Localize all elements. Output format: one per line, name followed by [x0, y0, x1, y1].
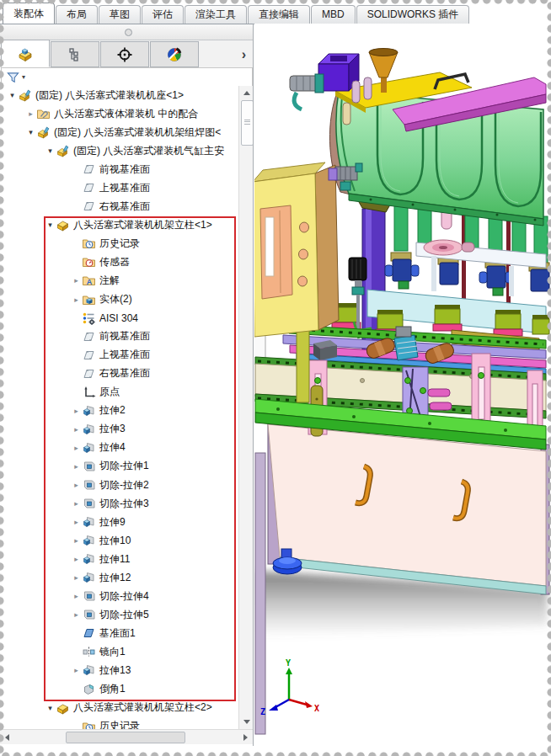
ribbon-tab-0[interactable]: 装配体 [3, 3, 55, 24]
expand-arrow-icon[interactable]: ▸ [71, 444, 82, 452]
axis-x-label: X [314, 704, 319, 713]
scroll-down-button[interactable] [240, 716, 253, 728]
ribbon-tab-7[interactable]: SOLIDWORKS 插件 [356, 5, 470, 24]
horizontal-scroll-thumb[interactable] [66, 732, 185, 743]
tree-item-label: 切除-拉伸3 [99, 497, 149, 511]
axis-y-label: Y [286, 658, 291, 668]
inlet-pipe [290, 74, 324, 109]
plane-blue-icon [82, 626, 96, 640]
solidworks-window: 装配体布局草图评估渲染工具直接编辑MBDSOLIDWORKS 插件 › ▾ ▾(… [0, 0, 551, 756]
tree-item[interactable]: ▸切除-拉伸2 [0, 476, 238, 494]
expand-arrow-icon[interactable]: ▸ [71, 407, 82, 415]
ribbon-tab-bar: 装配体布局草图评估渲染工具直接编辑MBDSOLIDWORKS 插件 [3, 3, 470, 24]
expand-arrow-icon[interactable]: ▸ [71, 481, 82, 489]
tree-item[interactable]: ▸拉伸10 [0, 531, 238, 550]
ribbon-tab-3[interactable]: 评估 [142, 5, 184, 24]
tree-item[interactable]: AISI 304 [0, 309, 238, 327]
tree-item[interactable]: 上视基准面 [0, 346, 238, 365]
expand-arrow-icon[interactable]: ▸ [71, 573, 82, 582]
ribbon-tab-1[interactable]: 布局 [56, 5, 98, 24]
tree-item[interactable]: 前视基准面 [0, 327, 238, 346]
tree-item[interactable]: ▸实体(2) [0, 290, 238, 309]
tree-item[interactable]: 基准面1 [0, 624, 238, 642]
tree-item[interactable]: 倒角1 [0, 680, 238, 699]
tree-item[interactable]: ▸拉伸11 [0, 550, 238, 568]
scroll-up-button[interactable] [240, 87, 253, 99]
tree-item-label: 拉伸12 [99, 571, 131, 585]
collapse-arrow-icon[interactable]: ▾ [7, 91, 18, 99]
expand-arrow-icon[interactable]: ▸ [71, 518, 82, 526]
tree-item[interactable]: 右视基准面 [0, 197, 238, 216]
ribbon-tab-4[interactable]: 渲染工具 [185, 5, 247, 24]
panel-tab-property-manager[interactable] [51, 41, 99, 67]
expand-arrow-icon[interactable]: ▸ [71, 592, 82, 600]
toolbar-collapse-pin[interactable] [125, 29, 132, 36]
expand-arrow-icon[interactable]: ▸ [71, 276, 82, 285]
collapse-arrow-icon[interactable]: ▾ [25, 128, 36, 136]
tree-item[interactable]: 传感器 [0, 253, 238, 271]
tree-item[interactable]: ▾八头活塞式灌装机机架立柱<2> [0, 699, 238, 717]
expand-arrow-icon[interactable]: ▸ [71, 425, 82, 434]
expand-arrow-icon[interactable]: ▸ [71, 499, 82, 508]
tree-item[interactable]: ▸A注解 [0, 271, 238, 290]
collapse-arrow-icon[interactable]: ▾ [45, 704, 56, 712]
panel-viewport-separator[interactable] [253, 24, 254, 746]
tree-item[interactable]: 上视基准面 [0, 178, 238, 197]
tree-item[interactable]: ▸拉伸12 [0, 568, 238, 587]
collapse-arrow-icon[interactable]: ▾ [45, 146, 56, 155]
scroll-right-button[interactable] [239, 731, 252, 743]
tree-item[interactable]: ▾(固定) 八头活塞式灌装机机架组焊图< [0, 123, 238, 141]
axis-triad: Y X Z [260, 658, 319, 716]
tree-item[interactable]: ▸切除-拉伸4 [0, 587, 238, 605]
extrude-icon [82, 552, 96, 566]
tree-item[interactable]: ▸拉伸9 [0, 513, 238, 531]
tree-item-label: 切除-拉伸2 [99, 478, 149, 492]
tree-item-label: 原点 [99, 385, 120, 399]
panel-tab-featuremanager-tree[interactable] [1, 40, 50, 67]
tree-item[interactable]: ▸八头活塞式液体灌装机 中的配合 [0, 104, 238, 123]
panel-button-3 [298, 276, 308, 286]
sensors-folder-icon [82, 255, 96, 269]
tree-item-label: 注解 [99, 274, 120, 288]
scroll-left-button[interactable] [1, 731, 13, 743]
ribbon-tab-6[interactable]: MBD [311, 5, 356, 24]
panel-tab-configuration-manager[interactable] [100, 41, 149, 67]
tree-item[interactable]: ▸拉伸4 [0, 439, 238, 457]
tree-item[interactable]: ▸切除-拉伸3 [0, 494, 238, 513]
extrude-icon [82, 534, 96, 547]
viewport-canvas[interactable]: Y X Z [254, 24, 551, 756]
expand-arrow-icon[interactable]: ▸ [25, 109, 36, 118]
ribbon-tab-5[interactable]: 直接编辑 [248, 5, 310, 24]
tree-item[interactable]: ▾(固定) 八头活塞式灌装机机座<1> [0, 86, 238, 104]
tree-filter-bar[interactable]: ▾ [1, 67, 253, 87]
expand-arrow-icon[interactable]: ▸ [71, 536, 82, 545]
tree-item-label: 八头活塞式灌装机机架立柱<1> [73, 218, 212, 232]
expand-arrow-icon[interactable]: ▸ [71, 295, 82, 304]
expand-arrow-icon[interactable]: ▸ [71, 610, 82, 619]
expand-arrow-icon[interactable]: ▸ [71, 666, 82, 674]
panel-expand-chevron[interactable]: › [242, 47, 246, 62]
tree-item[interactable]: ▸拉伸3 [0, 420, 238, 439]
tree-item[interactable]: ▸拉伸2 [0, 402, 238, 420]
tree-item-label: 拉伸3 [99, 422, 126, 436]
vertical-scroll-thumb[interactable] [241, 100, 254, 146]
tree-item[interactable]: ▸切除-拉伸5 [0, 605, 238, 624]
expand-arrow-icon[interactable]: ▸ [71, 462, 82, 471]
history-folder-icon [82, 237, 96, 250]
tree-item[interactable]: ▸拉伸13 [0, 661, 238, 679]
tree-item[interactable]: ▾八头活塞式灌装机机架立柱<1> [0, 216, 238, 234]
tree-item[interactable]: 历史记录 [0, 717, 238, 729]
ribbon-tab-2[interactable]: 草图 [99, 5, 141, 24]
tree-item[interactable]: 历史记录 [0, 234, 238, 253]
panel-tab-display-manager[interactable] [150, 41, 199, 67]
tree-vertical-scrollbar[interactable] [238, 86, 254, 729]
tree-horizontal-scrollbar[interactable] [0, 729, 253, 744]
tree-item[interactable]: 原点 [0, 383, 238, 402]
tree-item[interactable]: 右视基准面 [0, 365, 238, 383]
tree-item[interactable]: 前视基准面 [0, 160, 238, 178]
tree-item[interactable]: ▸切除-拉伸1 [0, 457, 238, 476]
tree-item[interactable]: ▾(固定) 八头活塞式灌装机气缸主安 [0, 141, 238, 160]
tree-item[interactable]: 镜向1 [0, 642, 238, 661]
expand-arrow-icon[interactable]: ▸ [71, 555, 82, 563]
collapse-arrow-icon[interactable]: ▾ [45, 221, 56, 229]
